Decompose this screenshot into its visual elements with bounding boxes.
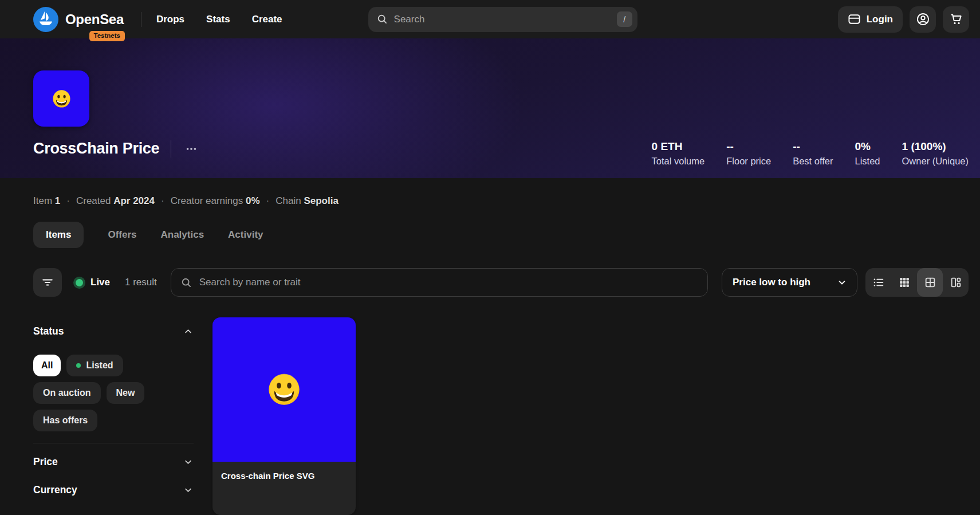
filter-section-price[interactable]: Price — [33, 448, 194, 476]
live-status: Live — [76, 277, 110, 288]
collection-title: CrossChain Price — [33, 140, 159, 158]
meta-value: Apr 2024 — [113, 195, 155, 206]
nav-link-stats[interactable]: Stats — [206, 14, 230, 25]
filters-sidebar: Status All Listed On auction New Has off… — [33, 317, 194, 504]
stat-label: Total volume — [652, 156, 705, 167]
status-chip-listed[interactable]: Listed — [66, 355, 123, 376]
search-icon — [180, 277, 192, 289]
nav-link-drops[interactable]: Drops — [156, 14, 184, 25]
filters-toggle-button[interactable] — [33, 268, 62, 297]
view-mode-toggles — [865, 268, 969, 297]
items-grid: Cross-chain Price SVG — [212, 317, 969, 515]
meta-value: Sepolia — [304, 195, 338, 206]
items-search-input[interactable] — [199, 277, 698, 288]
status-chip-new[interactable]: New — [107, 382, 145, 404]
meta-creator-earnings: Creator earnings 0% — [171, 195, 260, 207]
nft-image — [212, 317, 356, 462]
stat-owner: 1 (100%) Owner (Unique) — [902, 140, 969, 167]
stat-listed: 0% Listed — [855, 140, 880, 167]
tab-offers[interactable]: Offers — [108, 222, 136, 248]
meta-item-count: Item 1 — [33, 195, 60, 207]
nav-link-create[interactable]: Create — [252, 14, 282, 25]
tab-analytics[interactable]: Analytics — [161, 222, 204, 248]
grinning-face-emoji — [52, 89, 72, 109]
stat-best-offer: -- Best offer — [793, 140, 833, 167]
stat-value: 0 ETH — [652, 140, 705, 153]
stat-label: Owner (Unique) — [902, 156, 969, 167]
chip-label: Listed — [86, 360, 113, 371]
nft-card[interactable]: Cross-chain Price SVG — [212, 317, 356, 515]
meta-label: Item — [33, 195, 55, 206]
live-indicator-dot — [76, 279, 83, 286]
chevron-down-icon — [183, 485, 194, 496]
grinning-face-emoji — [266, 372, 302, 407]
chevron-down-icon — [183, 457, 194, 467]
stat-label: Floor price — [726, 156, 771, 167]
stat-label: Listed — [855, 156, 880, 167]
more-options-button[interactable] — [183, 140, 200, 158]
meta-created: Created Apr 2024 — [76, 195, 155, 207]
items-search[interactable] — [171, 268, 708, 297]
status-chip-has-offers[interactable]: Has offers — [33, 410, 97, 431]
listed-green-dot — [76, 363, 81, 368]
filter-section-title: Currency — [33, 484, 77, 496]
dense-grid-icon — [898, 276, 911, 289]
results-count: 1 result — [125, 277, 157, 288]
banner-bottom-row: CrossChain Price 0 ETH Total volume -- F… — [33, 140, 969, 167]
filter-section-currency[interactable]: Currency — [33, 476, 194, 504]
list-view-button[interactable] — [865, 268, 891, 297]
meta-separator: · — [66, 195, 70, 207]
stat-value: -- — [726, 140, 771, 153]
nft-title: Cross-chain Price SVG — [221, 471, 347, 481]
meta-value: 1 — [55, 195, 60, 206]
account-icon — [916, 12, 930, 26]
collection-avatar[interactable] — [33, 70, 89, 127]
list-view-icon — [872, 276, 885, 289]
main-content: Item 1 · Created Apr 2024 · Creator earn… — [0, 195, 980, 515]
chevron-down-icon — [836, 277, 848, 288]
meta-separator: · — [266, 195, 270, 207]
global-search[interactable]: / — [368, 7, 637, 32]
stat-total-volume: 0 ETH Total volume — [652, 140, 705, 167]
login-button[interactable]: Login — [838, 6, 903, 33]
meta-label: Chain — [275, 195, 304, 206]
stat-value: 1 (100%) — [902, 140, 969, 153]
search-input[interactable] — [394, 14, 617, 25]
status-chip-all[interactable]: All — [33, 355, 61, 376]
items-toolbar: Live 1 result Price low to high — [33, 268, 969, 297]
tab-activity[interactable]: Activity — [228, 222, 263, 248]
wallet-icon — [848, 13, 861, 26]
cart-icon — [949, 12, 963, 26]
dense-grid-view-button[interactable] — [891, 268, 917, 297]
status-chips: All Listed On auction New Has offers — [33, 355, 194, 431]
top-nav: OpenSea Testnets Drops Stats Create / Lo… — [0, 0, 980, 38]
stat-value: 0% — [855, 140, 880, 153]
gallery-view-button[interactable] — [943, 268, 969, 297]
live-label: Live — [90, 277, 110, 288]
cart-button[interactable] — [943, 6, 969, 33]
brand[interactable]: OpenSea Testnets — [33, 7, 124, 32]
filter-lines-icon — [41, 276, 54, 289]
slash-shortcut-key: / — [617, 11, 632, 27]
search-icon — [376, 13, 388, 25]
items-content: Status All Listed On auction New Has off… — [33, 317, 969, 515]
filter-section-title: Price — [33, 456, 58, 468]
grid-view-button[interactable] — [917, 268, 943, 297]
nav-links: Drops Stats Create — [156, 14, 282, 25]
testnets-badge: Testnets — [89, 31, 125, 41]
status-chip-on-auction[interactable]: On auction — [33, 382, 101, 404]
tab-items[interactable]: Items — [33, 222, 84, 248]
meta-label: Created — [76, 195, 113, 206]
grid-view-icon — [924, 276, 936, 289]
brand-name: OpenSea — [65, 11, 124, 27]
title-divider — [171, 140, 171, 158]
sort-selected-label: Price low to high — [733, 277, 810, 288]
title-group: CrossChain Price — [33, 140, 200, 158]
stat-floor-price: -- Floor price — [726, 140, 771, 167]
collection-banner: CrossChain Price 0 ETH Total volume -- F… — [0, 38, 980, 178]
account-button[interactable] — [910, 6, 936, 33]
stat-label: Best offer — [793, 156, 833, 167]
filter-section-title: Status — [33, 325, 64, 337]
sort-dropdown[interactable]: Price low to high — [722, 268, 857, 297]
filter-section-status[interactable]: Status — [33, 317, 194, 345]
